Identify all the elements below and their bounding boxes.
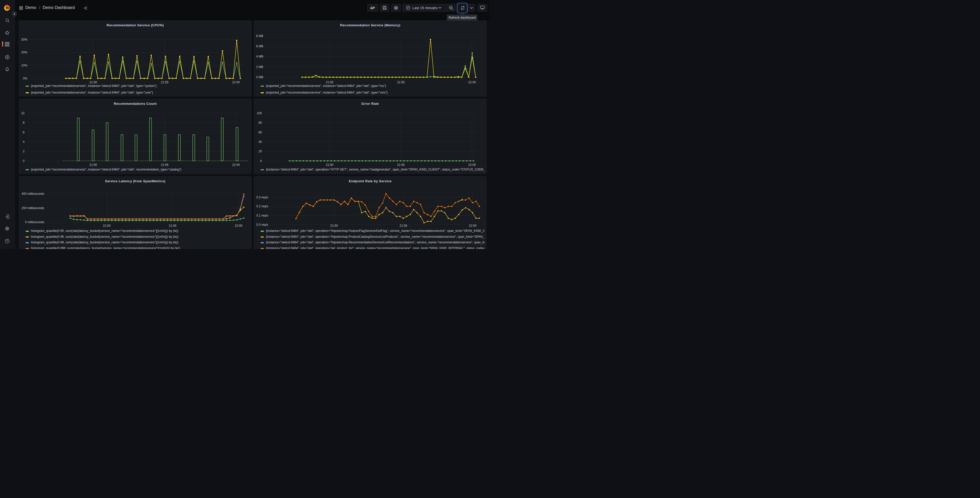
svg-text:21:55: 21:55 (161, 163, 169, 166)
svg-text:2 MB: 2 MB (256, 65, 263, 69)
svg-text:20: 20 (259, 150, 262, 153)
svg-text:21:55: 21:55 (397, 163, 405, 166)
svg-text:21:50: 21:50 (89, 163, 97, 166)
svg-text:21:55: 21:55 (161, 81, 169, 84)
svg-text:22:00: 22:00 (235, 224, 242, 228)
svg-text:21:50: 21:50 (103, 224, 111, 228)
svg-text:0: 0 (23, 159, 24, 163)
svg-text:21:50: 21:50 (89, 81, 97, 84)
svg-text:0.0 req/s: 0.0 req/s (256, 223, 268, 227)
svg-text:6: 6 (23, 130, 24, 134)
svg-text:22:00: 22:00 (468, 163, 476, 166)
svg-text:21:55: 21:55 (169, 224, 176, 228)
svg-text:40: 40 (259, 140, 262, 144)
svg-text:60: 60 (259, 130, 262, 134)
svg-text:21:50: 21:50 (326, 163, 333, 166)
svg-text:21:50: 21:50 (326, 81, 333, 84)
svg-text:8: 8 (23, 121, 24, 124)
svg-text:0 milliseconds: 0 milliseconds (25, 220, 44, 224)
svg-text:20%: 20% (21, 51, 27, 54)
svg-text:22:00: 22:00 (468, 81, 476, 84)
svg-text:0 MB: 0 MB (256, 75, 263, 79)
svg-text:200 milliseconds: 200 milliseconds (21, 206, 44, 210)
svg-text:22:00: 22:00 (232, 81, 240, 84)
svg-text:4: 4 (23, 140, 24, 144)
svg-text:4 MB: 4 MB (256, 55, 263, 58)
svg-text:80: 80 (259, 121, 262, 124)
svg-text:6 MB: 6 MB (256, 45, 263, 48)
svg-text:21:55: 21:55 (397, 81, 405, 84)
svg-text:22:00: 22:00 (232, 163, 240, 166)
svg-text:0%: 0% (23, 77, 28, 80)
svg-text:0.1 req/s: 0.1 req/s (256, 214, 268, 217)
svg-text:0: 0 (260, 159, 262, 163)
svg-text:2: 2 (23, 150, 24, 153)
svg-text:22:00: 22:00 (469, 224, 476, 228)
svg-text:0.3 req/s: 0.3 req/s (256, 196, 268, 199)
svg-text:8 MB: 8 MB (256, 34, 263, 38)
svg-text:100: 100 (257, 112, 262, 115)
svg-text:10: 10 (21, 112, 25, 115)
svg-text:21:55: 21:55 (399, 224, 407, 228)
svg-text:400 milliseconds: 400 milliseconds (21, 192, 44, 196)
svg-text:30%: 30% (21, 38, 27, 42)
svg-text:?: ? (6, 239, 8, 243)
svg-text:0.2 req/s: 0.2 req/s (256, 204, 268, 208)
svg-text:21:50: 21:50 (330, 224, 338, 228)
svg-text:10%: 10% (21, 64, 27, 67)
